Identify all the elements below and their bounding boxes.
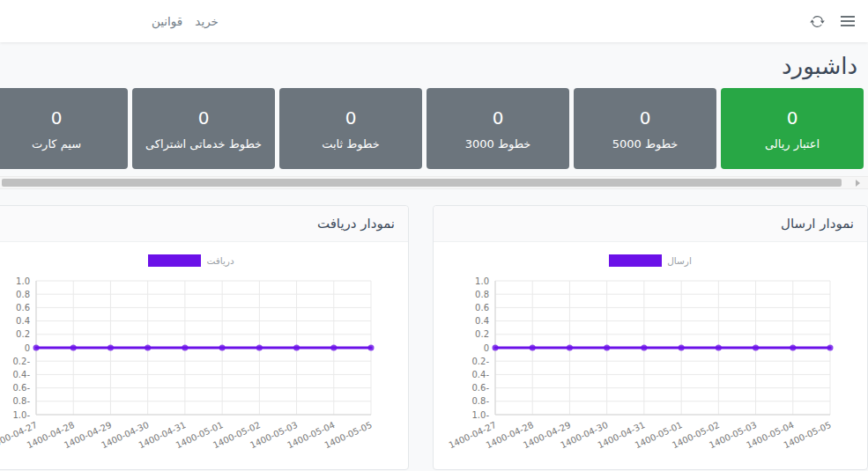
stat-card-lines-3000: 0 خطوط 3000 (427, 88, 569, 169)
nav-icons (808, 0, 857, 42)
stat-value: 0 (51, 107, 63, 129)
stats-cards-row: 0 اعتبار ریالی 0 خطوط 5000 0 خطوط 3000 0… (0, 88, 868, 169)
scrollbar-right-arrow[interactable] (850, 177, 864, 188)
svg-text:0.2: 0.2 (16, 329, 30, 339)
top-navbar: خرید قوانین (0, 0, 868, 42)
svg-text:0.2-: 0.2- (471, 357, 489, 366)
svg-text:1.0-: 1.0- (471, 410, 489, 420)
stat-card-sim-card: 0 سیم کارت (0, 88, 128, 169)
stat-value: 0 (345, 107, 357, 129)
nav-menu: خرید قوانین (152, 0, 219, 42)
stat-label: خطوط خدماتی اشتراکی (145, 137, 262, 151)
svg-text:0.2: 0.2 (475, 329, 489, 339)
stat-card-rial-credit: 0 اعتبار ریالی (721, 88, 864, 169)
svg-text:0.6-: 0.6- (471, 383, 489, 393)
chart-panel-send-header: نمودار ارسال (434, 206, 867, 242)
svg-text:0.8: 0.8 (475, 290, 489, 299)
stat-card-fixed-lines: 0 خطوط ثابت (279, 88, 422, 169)
legend-swatch (148, 254, 201, 267)
svg-text:0.4-: 0.4- (12, 370, 30, 379)
stat-card-lines-5000: 0 خطوط 5000 (574, 88, 716, 169)
svg-text:0.6: 0.6 (475, 303, 489, 313)
chart-panel-receive: نمودار دریافت دریافت 1.00.80.60.40.200.2… (0, 205, 409, 470)
stat-value: 0 (640, 107, 651, 129)
stat-label: خطوط 3000 (465, 137, 531, 151)
receive-line-chart: 1.00.80.60.40.200.2-0.4-0.6-0.8-1.0-1400… (0, 274, 401, 459)
stat-label: خطوط 5000 (612, 137, 679, 151)
chart-legend-receive[interactable]: دریافت (0, 253, 401, 269)
svg-text:0: 0 (25, 343, 30, 353)
legend-swatch (609, 254, 662, 267)
svg-text:1.0: 1.0 (475, 276, 489, 286)
svg-text:0.4-: 0.4- (471, 370, 489, 379)
stat-value: 0 (493, 107, 504, 129)
page-title: داشبورد (11, 51, 857, 81)
svg-text:0.4: 0.4 (475, 316, 489, 326)
stat-label: خطوط ثابت (322, 137, 380, 151)
chart-title-send: نمودار ارسال (781, 216, 854, 232)
nav-item-buy[interactable]: خرید (195, 14, 219, 28)
svg-text:0.2-: 0.2- (12, 357, 30, 366)
nav-item-rules[interactable]: قوانین (152, 14, 182, 28)
right-arrow-icon (856, 180, 860, 187)
chart-title-receive: نمودار دریافت (317, 216, 395, 232)
menu-icon[interactable] (838, 13, 857, 29)
stat-value: 0 (198, 107, 210, 129)
legend-label: ارسال (667, 255, 692, 266)
svg-text:0.8: 0.8 (16, 290, 30, 299)
svg-text:0.8-: 0.8- (12, 396, 30, 406)
cards-scrollbar[interactable] (0, 176, 868, 189)
svg-text:1.0: 1.0 (16, 276, 30, 286)
stat-label: اعتبار ریالی (765, 137, 820, 151)
chart-panel-receive-body: دریافت 1.00.80.60.40.200.2-0.4-0.6-0.8-1… (0, 242, 408, 469)
stat-value: 0 (787, 107, 798, 129)
chart-legend-send[interactable]: ارسال (441, 253, 860, 269)
svg-text:0.6-: 0.6- (12, 383, 30, 393)
chart-panel-receive-header: نمودار دریافت (0, 206, 408, 242)
svg-text:1.0-: 1.0- (12, 410, 30, 420)
chart-panel-send: نمودار ارسال ارسال 1.00.80.60.40.200.2-0… (433, 205, 868, 470)
svg-text:0.4: 0.4 (16, 316, 30, 326)
stat-label: سیم کارت (32, 137, 81, 151)
svg-text:0: 0 (484, 343, 489, 353)
svg-text:0.8-: 0.8- (471, 396, 489, 406)
svg-text:0.6: 0.6 (16, 303, 30, 313)
stat-card-shared-service-lines: 0 خطوط خدماتی اشتراکی (132, 88, 275, 169)
charts-row: نمودار ارسال ارسال 1.00.80.60.40.200.2-0… (0, 205, 868, 470)
chart-panel-send-body: ارسال 1.00.80.60.40.200.2-0.4-0.6-0.8-1.… (434, 242, 867, 469)
refresh-icon[interactable] (808, 12, 827, 31)
legend-label: دریافت (206, 255, 234, 266)
scrollbar-thumb[interactable] (2, 179, 842, 187)
send-line-chart: 1.00.80.60.40.200.2-0.4-0.6-0.8-1.0-1400… (441, 274, 860, 459)
